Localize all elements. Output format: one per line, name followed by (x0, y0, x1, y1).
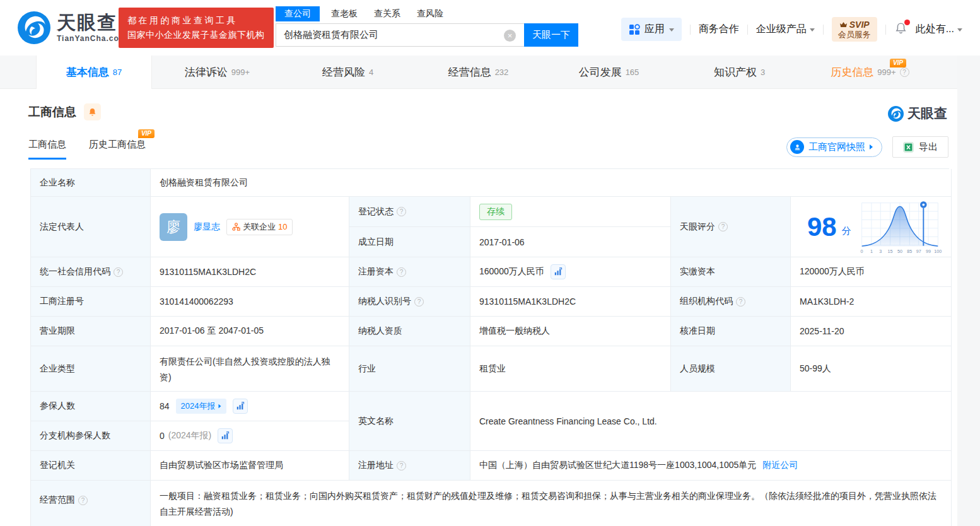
logo-domain: TianYanCha.com (57, 34, 126, 43)
apps-menu[interactable]: 应用 (621, 18, 682, 41)
company-type-value: 有限责任公司(非自然人投资或控股的法人独资) (151, 346, 349, 392)
company-nav-tabs: 基本信息 87 法律诉讼 999+ 经营风险 4 经营信息 232 公司发展 1… (0, 56, 980, 89)
enterprise-products-label: 企业级产品 (756, 23, 807, 36)
approval-date-value: 2025-11-20 (791, 317, 952, 346)
page-gutter (957, 56, 980, 526)
search-tab-risk[interactable]: 查风险 (417, 6, 443, 21)
company-name-label: 企业名称 (31, 169, 151, 197)
reg-capital-label: 注册资本? (349, 257, 470, 287)
username: 此处有... (916, 23, 954, 36)
credit-code-value: 91310115MA1K3LDH2C (151, 257, 349, 287)
stamp-icon (790, 140, 804, 154)
divider (823, 25, 824, 35)
insured-label: 参保人数 (31, 392, 151, 421)
notifications-button[interactable] (894, 21, 907, 38)
tianyancha-logo-icon (18, 11, 50, 44)
search-tabs: 查公司 查老板 查关系 查风险 (276, 6, 578, 21)
help-icon[interactable]: ? (114, 267, 123, 277)
divider (747, 25, 748, 35)
search-button[interactable]: 天眼一下 (524, 23, 578, 47)
divider (690, 25, 691, 35)
business-cooperation-link[interactable]: 商务合作 (699, 23, 739, 36)
search-tab-boss[interactable]: 查老板 (331, 6, 358, 21)
tab-operation-info[interactable]: 经营信息 232 (413, 56, 544, 89)
help-icon[interactable]: ? (78, 496, 88, 505)
arrow-right-icon (870, 144, 873, 149)
tab-operation-risk[interactable]: 经营风险 4 (283, 56, 413, 89)
help-icon[interactable]: ? (397, 207, 406, 216)
logo-title: 天眼查 (57, 13, 126, 32)
staff-size-value: 50-99人 (791, 346, 952, 392)
capital-trend-icon[interactable] (551, 264, 566, 279)
search-tab-company[interactable]: 查公司 (276, 6, 320, 21)
help-icon[interactable]: ? (414, 297, 424, 307)
subtab-history-business-info[interactable]: 历史工商信息 VIP (89, 139, 146, 160)
help-icon[interactable]: ? (397, 267, 406, 277)
tab-intellectual-property[interactable]: 知识产权 3 (674, 56, 805, 89)
reg-status-value: 存续 (470, 197, 671, 227)
svg-text:97: 97 (916, 249, 921, 254)
tab-legal-proceedings[interactable]: 法律诉讼 999+ (152, 56, 283, 89)
header-right: 应用 商务合作 企业级产品 SVIP 会员服务 (621, 17, 962, 42)
tianyancha-logo[interactable]: 天眼查 TianYanCha.com (18, 11, 126, 44)
vip-badge: VIP (890, 59, 906, 67)
tab-history-info[interactable]: VIP 历史信息 999+ ? (805, 56, 935, 89)
company-name-value: 创格融资租赁有限公司 (151, 169, 952, 197)
notification-dot (904, 20, 910, 25)
business-scope-label: 经营范围? (31, 481, 151, 526)
reg-address-label: 注册地址? (349, 451, 470, 481)
help-icon[interactable]: ? (736, 297, 745, 307)
taxpayer-id-value: 91310115MA1K3LDH2C (470, 287, 671, 317)
legal-rep-name-link[interactable]: 廖显志 (194, 221, 220, 233)
section-watermark: 天眼查 (888, 105, 947, 122)
score-axis-labels: 0 1 3 15 50 85 97 99 100 (860, 249, 942, 254)
branch-insured-trend-icon[interactable] (218, 428, 233, 443)
enterprise-products-menu[interactable]: 企业级产品 (756, 23, 815, 36)
search-input[interactable] (276, 23, 524, 47)
tab-company-development[interactable]: 公司发展 165 (544, 56, 674, 89)
taxpayer-quality-label: 纳税人资质 (349, 317, 470, 346)
staff-size-label: 人员规模 (671, 346, 791, 392)
english-name-label: 英文名称 (349, 392, 470, 451)
score-value[interactable]: 98 分 0 1 3 15 50 (791, 197, 952, 257)
tab-basic-info[interactable]: 基本信息 87 (36, 56, 152, 89)
reg-authority-value: 自由贸易试验区市场监督管理局 (151, 451, 349, 481)
help-icon[interactable]: ? (397, 461, 406, 470)
branch-insured-label: 分支机构参保人数 (31, 421, 151, 451)
score-unit: 分 (842, 225, 851, 237)
help-icon[interactable]: ? (900, 67, 909, 77)
legal-rep-avatar[interactable]: 廖 (160, 213, 187, 241)
status-badge: 存续 (479, 204, 512, 220)
apps-grid-icon (629, 24, 640, 35)
help-icon[interactable]: ? (718, 222, 728, 231)
credit-code-label: 统一社会信用代码? (31, 257, 151, 287)
user-menu[interactable]: 此处有... (916, 23, 962, 36)
svg-text:15: 15 (887, 249, 892, 254)
clear-search-icon[interactable]: × (504, 30, 516, 42)
org-chart-icon (232, 223, 240, 231)
reg-number-label: 工商注册号 (31, 287, 151, 317)
paid-capital-value: 120000万人民币 (791, 257, 952, 287)
reg-number-value: 310141400062293 (151, 287, 349, 317)
crown-icon (839, 21, 848, 28)
svip-member-button[interactable]: SVIP 会员服务 (832, 17, 877, 42)
industry-label: 行业 (349, 346, 470, 392)
svip-label: SVIP (849, 20, 870, 30)
top-header: 天眼查 TianYanCha.com 都在用的商业查询工具 国家中小企业发展子基… (0, 0, 980, 56)
official-snapshot-button[interactable]: 工商官网快照 (786, 137, 882, 157)
divider (885, 25, 886, 35)
nearby-companies-link[interactable]: 附近公司 (762, 460, 798, 471)
subtab-business-info[interactable]: 工商信息 (28, 139, 66, 160)
monitor-bell-button[interactable] (84, 103, 101, 120)
org-code-value: MA1K3LDH-2 (791, 287, 952, 317)
approval-date-label: 核准日期 (671, 317, 791, 346)
bell-icon (88, 107, 97, 117)
svg-text:0: 0 (860, 249, 863, 254)
related-companies-badge[interactable]: 关联企业 10 (226, 219, 293, 235)
legal-rep-label: 法定代表人 (31, 197, 151, 257)
tianyancha-logo-icon (888, 106, 904, 122)
insured-trend-icon[interactable] (233, 399, 248, 414)
search-tab-relation[interactable]: 查关系 (374, 6, 400, 21)
annual-report-badge[interactable]: 2024年报 (176, 399, 226, 414)
export-button[interactable]: 导出 (892, 136, 948, 158)
